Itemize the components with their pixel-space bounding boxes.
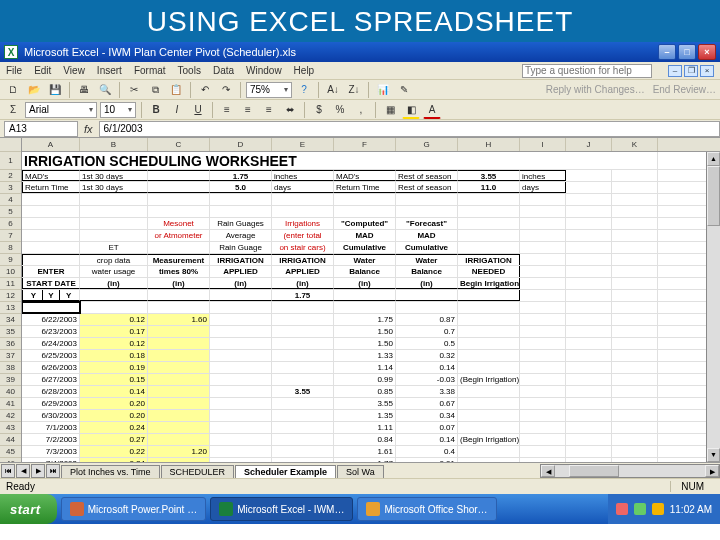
cell[interactable] (148, 182, 210, 193)
cell[interactable] (566, 458, 612, 462)
cell[interactable] (520, 278, 566, 289)
cell[interactable] (80, 194, 148, 205)
currency-icon[interactable]: $ (310, 101, 328, 119)
cell[interactable] (210, 398, 272, 409)
cell[interactable] (612, 374, 658, 385)
cell[interactable]: 0.20 (80, 410, 148, 421)
cell[interactable] (22, 302, 80, 313)
cell[interactable]: 0.07 (396, 422, 458, 433)
cell[interactable] (334, 302, 396, 313)
row-header[interactable]: 13 (0, 302, 21, 314)
cell[interactable]: APPLIED (210, 266, 272, 277)
maximize-button[interactable]: □ (678, 44, 696, 60)
cell[interactable] (566, 254, 612, 265)
cell[interactable]: 0.01 (396, 458, 458, 462)
cell[interactable] (148, 338, 210, 349)
column-header[interactable]: J (566, 138, 612, 151)
cell[interactable] (458, 410, 520, 421)
cell[interactable]: IRRIGATION (458, 254, 520, 265)
cell[interactable] (520, 434, 566, 445)
new-icon[interactable]: 🗋 (4, 81, 22, 99)
align-right-icon[interactable]: ≡ (260, 101, 278, 119)
row-header[interactable]: 6 (0, 218, 21, 230)
cell[interactable]: 0.34 (396, 410, 458, 421)
cell[interactable] (458, 458, 520, 462)
start-button[interactable]: start (0, 494, 57, 524)
cell[interactable] (566, 218, 612, 229)
menu-tools[interactable]: Tools (178, 65, 201, 76)
cell[interactable] (458, 350, 520, 361)
cell[interactable] (566, 290, 612, 301)
cell[interactable] (272, 446, 334, 457)
cell[interactable] (396, 302, 458, 313)
cell[interactable]: Cumulative (334, 242, 396, 253)
cell[interactable] (612, 290, 658, 301)
cell[interactable] (520, 338, 566, 349)
zoom-dropdown[interactable]: 75% (246, 82, 292, 98)
cell[interactable] (520, 266, 566, 277)
cell[interactable]: 1.77 (334, 458, 396, 462)
row-header[interactable]: 7 (0, 230, 21, 242)
cell[interactable] (272, 398, 334, 409)
cell[interactable] (148, 410, 210, 421)
cell[interactable] (566, 386, 612, 397)
cell[interactable] (272, 458, 334, 462)
cell[interactable] (272, 434, 334, 445)
percent-icon[interactable]: % (331, 101, 349, 119)
save-icon[interactable]: 💾 (46, 81, 64, 99)
row-header[interactable]: 11 (0, 278, 21, 290)
cell[interactable] (210, 290, 272, 301)
cell[interactable]: (in) (396, 278, 458, 289)
cell[interactable]: 6/29/2003 (22, 398, 80, 409)
font-color-icon[interactable]: A (423, 101, 441, 119)
row-header[interactable]: 34 (0, 314, 21, 326)
cell[interactable]: crop data (80, 254, 148, 265)
cell[interactable] (210, 338, 272, 349)
cell[interactable]: Average (210, 230, 272, 241)
column-header[interactable]: H (458, 138, 520, 151)
cell[interactable] (612, 362, 658, 373)
chart-icon[interactable]: 📊 (374, 81, 392, 99)
cell[interactable] (566, 314, 612, 325)
cell[interactable] (612, 326, 658, 337)
menu-view[interactable]: View (63, 65, 85, 76)
cell[interactable] (80, 206, 148, 217)
cell[interactable] (520, 374, 566, 385)
cell[interactable] (612, 398, 658, 409)
row-header[interactable]: 4 (0, 194, 21, 206)
column-header[interactable]: B (80, 138, 148, 151)
row-header[interactable]: 40 (0, 386, 21, 398)
cell[interactable]: (Begin Irrigation) (458, 434, 520, 445)
horizontal-scrollbar[interactable]: ◀ ▶ (540, 464, 720, 478)
sheet-tab[interactable]: SCHEDULER (161, 465, 235, 478)
cell[interactable] (612, 242, 658, 253)
cell[interactable] (210, 314, 272, 325)
menu-file[interactable]: File (6, 65, 22, 76)
scroll-up-icon[interactable]: ▲ (707, 152, 720, 166)
cell[interactable] (566, 362, 612, 373)
cell[interactable] (148, 374, 210, 385)
cell[interactable]: 0.20 (80, 398, 148, 409)
undo-icon[interactable]: ↶ (196, 81, 214, 99)
cell[interactable]: 3.55 (334, 398, 396, 409)
cell[interactable]: 0.14 (80, 386, 148, 397)
doc-close-button[interactable]: × (700, 65, 714, 77)
align-center-icon[interactable]: ≡ (239, 101, 257, 119)
cell[interactable] (612, 218, 658, 229)
system-tray[interactable]: 11:02 AM (608, 494, 720, 524)
cell[interactable]: "Computed" (334, 218, 396, 229)
cell[interactable] (566, 266, 612, 277)
cell[interactable]: 1st 30 days (80, 170, 148, 181)
cell[interactable]: MAD's (334, 170, 396, 181)
cell[interactable]: Cumulative (396, 242, 458, 253)
cell[interactable] (520, 398, 566, 409)
cell[interactable] (80, 290, 148, 301)
drawing-icon[interactable]: ✎ (395, 81, 413, 99)
cell[interactable]: 0.32 (396, 350, 458, 361)
cell[interactable]: 7/1/2003 (22, 422, 80, 433)
cell[interactable] (458, 302, 520, 313)
cell[interactable] (458, 386, 520, 397)
cell[interactable]: 1.61 (334, 446, 396, 457)
row-header[interactable]: 45 (0, 446, 21, 458)
cell[interactable]: 0.84 (334, 434, 396, 445)
